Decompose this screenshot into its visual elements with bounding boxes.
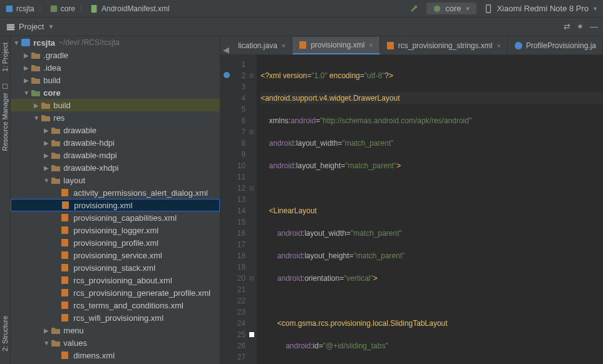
expand-icon[interactable]: ▶ — [42, 327, 51, 334]
tree-file[interactable]: provisioning.xml — [11, 199, 220, 211]
device-selector[interactable]: Xiaomi Redmi Note 8 Pro ▼ — [484, 4, 598, 13]
folder-icon — [51, 176, 61, 185]
expand-icon[interactable]: ▶ — [42, 139, 51, 146]
tree-folder[interactable]: ▶.gradle — [11, 49, 220, 61]
tree-file[interactable]: provisioning_capabilities.xml — [11, 211, 220, 224]
breadcrumb-file[interactable]: AndroidManifest.xml — [90, 4, 170, 13]
tree-file[interactable]: rcs_provisioning_generate_profile.xml — [11, 286, 220, 299]
layout-icon[interactable] — [223, 71, 230, 79]
xml-file-icon — [61, 213, 71, 222]
code-editor[interactable]: 1 2 ⊟ 3 4 5 6 7 ⊟ 8 9 10 11 12 ⊟ 13 14 1… — [220, 55, 603, 364]
line-number: 23 — [224, 306, 245, 318]
svg-rect-23 — [299, 41, 306, 49]
editor-tab[interactable]: ProfileProvisioning.ja — [508, 37, 603, 54]
hide-icon[interactable]: — — [590, 22, 598, 31]
expand-icon[interactable]: ▶ — [32, 102, 41, 109]
tree-folder[interactable]: ▶menu — [11, 324, 220, 336]
line-number: 10 — [224, 160, 245, 171]
expand-icon[interactable]: ▶ — [42, 127, 51, 134]
folder-icon — [31, 76, 41, 84]
xml-file-icon — [61, 188, 71, 197]
line-number: 8 — [224, 138, 245, 149]
rail-indicator-icon — [3, 84, 8, 89]
xml-file-icon — [299, 41, 307, 49]
folder-icon — [51, 151, 61, 159]
editor-tab[interactable]: rcs_provisioning_strings.xml× — [380, 37, 508, 54]
tree-file[interactable]: dimens.xml — [11, 349, 220, 361]
hammer-icon[interactable] — [409, 4, 419, 14]
rail-tab-project[interactable]: 1: Project — [1, 43, 9, 71]
fold-icon[interactable]: ⊟ — [249, 70, 254, 81]
tree-folder[interactable]: ▶drawable — [11, 124, 220, 136]
collapse-icon[interactable]: ⇄ — [564, 22, 570, 31]
tree-folder[interactable]: ▶.idea — [11, 61, 220, 74]
tree-folder[interactable]: ▼values — [11, 336, 220, 349]
tree-folder[interactable]: ▶drawable-hdpi — [11, 136, 220, 149]
project-tree[interactable]: ▼ rcsjta ~/dev/ /RCS/rcsjta ▶.gradle ▶.i… — [11, 36, 220, 364]
tree-folder[interactable]: ▶drawable-xhdpi — [11, 161, 220, 174]
tree-folder[interactable]: ▶drawable-mdpi — [11, 149, 220, 161]
tree-file[interactable]: rcs_core_strings.xml — [11, 361, 220, 364]
gutter[interactable]: 1 2 ⊟ 3 4 5 6 7 ⊟ 8 9 10 11 12 ⊟ 13 14 1… — [220, 55, 257, 364]
expand-icon[interactable]: ▶ — [22, 64, 31, 71]
line-number: 1 — [224, 59, 245, 70]
tree-folder[interactable]: ▶build — [11, 99, 220, 111]
tree-file[interactable]: provisioning_profile.xml — [11, 236, 220, 249]
svg-point-25 — [515, 42, 522, 49]
svg-rect-5 — [487, 4, 491, 12]
tree-root[interactable]: ▼ rcsjta ~/dev/ /RCS/rcsjta — [11, 36, 220, 49]
settings-icon[interactable]: ✶ — [577, 22, 584, 31]
svg-rect-0 — [6, 5, 13, 12]
expand-icon[interactable]: ▶ — [42, 152, 51, 159]
fold-icon[interactable]: ⊟ — [249, 183, 254, 194]
rail-tab-structure[interactable]: 2: Structure — [1, 316, 9, 351]
editor-tab[interactable]: provisioning.xml× — [292, 37, 379, 54]
collapse-icon[interactable]: ▼ — [42, 177, 51, 184]
breadcrumb-module[interactable]: core — [49, 4, 75, 13]
project-view-selector[interactable]: Project ▼ — [0, 22, 60, 31]
run-config-selector[interactable]: core ▼ — [426, 3, 477, 14]
svg-rect-24 — [387, 42, 394, 49]
xml-file-icon — [61, 226, 71, 235]
expand-icon[interactable]: ▶ — [22, 77, 31, 84]
tree-file[interactable]: activity_permissions_alert_dialog.xml — [11, 186, 220, 199]
tree-file[interactable]: provisioning_service.xml — [11, 249, 220, 261]
collapse-icon[interactable]: ▼ — [42, 340, 51, 346]
collapse-icon[interactable]: ▼ — [32, 114, 41, 121]
chevron-down-icon: ▼ — [592, 6, 598, 12]
tab-scroll-left-icon[interactable]: ◀ — [220, 45, 232, 54]
svg-rect-19 — [61, 301, 68, 309]
breadcrumb-root[interactable]: rcsjta — [5, 4, 34, 13]
tree-folder[interactable]: ▼core — [11, 86, 220, 99]
close-icon[interactable]: × — [282, 42, 286, 49]
expand-icon[interactable]: ▶ — [22, 52, 31, 59]
tree-file[interactable]: rcs_wifi_provisioning.xml — [11, 311, 220, 324]
fold-icon[interactable]: ⊟ — [249, 273, 254, 284]
tree-folder[interactable]: ▼res — [11, 111, 220, 124]
code-content[interactable]: <?xml version="1.0" encoding="utf-8"?> <… — [257, 55, 603, 364]
expand-icon[interactable]: ▼ — [12, 39, 21, 46]
expand-icon[interactable]: ▶ — [42, 164, 51, 171]
breadcrumb: rcsjta 〉 core 〉 AndroidManifest.xml — [5, 3, 170, 14]
tree-file[interactable]: provisioning_stack.xml — [11, 261, 220, 274]
collapse-icon[interactable]: ▼ — [22, 89, 31, 96]
tree-folder[interactable]: ▶build — [11, 74, 220, 86]
tree-file[interactable]: provisioning_logger.xml — [11, 224, 220, 236]
tree-file[interactable]: rcs_provisioning_about.xml — [11, 274, 220, 286]
breadcrumb-text: rcsjta — [16, 4, 34, 13]
svg-rect-2 — [91, 4, 97, 12]
svg-rect-14 — [61, 239, 68, 246]
phone-icon — [484, 4, 493, 13]
chevron-right-icon: 〉 — [79, 3, 86, 14]
fold-icon[interactable]: ⊟ — [249, 126, 254, 138]
tree-root-path: ~/dev/ /RCS/rcsjta — [59, 38, 120, 47]
xml-file-icon — [61, 238, 71, 247]
tree-file[interactable]: rcs_terms_and_conditions.xml — [11, 299, 220, 311]
line-number: 5 — [224, 104, 245, 115]
rail-tab-resource-manager[interactable]: Resource Manager — [1, 93, 9, 151]
close-icon[interactable]: × — [369, 41, 373, 49]
module-icon — [31, 88, 41, 97]
tree-folder[interactable]: ▼layout — [11, 174, 220, 186]
editor-tab[interactable]: lication.java× — [232, 37, 292, 54]
close-icon[interactable]: × — [497, 42, 501, 49]
